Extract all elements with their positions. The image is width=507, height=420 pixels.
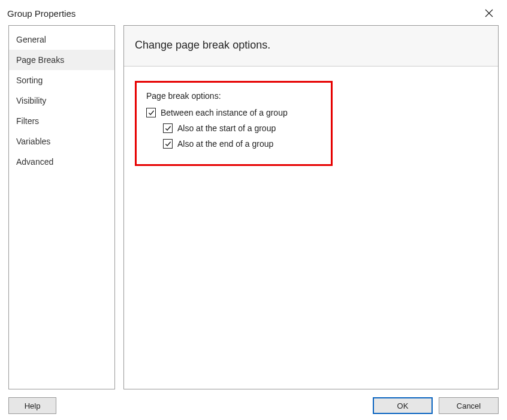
sidebar-item-variables[interactable]: Variables (9, 131, 114, 152)
sidebar-item-label: Sorting (16, 75, 43, 85)
checkbox-label: Between each instance of a group (161, 108, 288, 117)
close-icon (485, 9, 493, 17)
checkbox-end[interactable] (163, 139, 173, 149)
button-label: Cancel (457, 401, 481, 410)
main-panel: Change page break options. Page break op… (123, 25, 499, 389)
checkbox-between[interactable] (146, 108, 156, 117)
sidebar-item-sorting[interactable]: Sorting (9, 70, 114, 90)
close-button[interactable] (477, 5, 501, 22)
footer: Help OK Cancel (0, 397, 507, 414)
checkmark-icon (165, 125, 171, 132)
checkbox-label: Also at the start of a group (177, 123, 276, 133)
option-end: Also at the end of a group (163, 139, 321, 149)
sidebar-item-label: General (16, 35, 46, 44)
checkmark-icon (165, 141, 171, 147)
checkbox-label: Also at the end of a group (177, 139, 273, 149)
panel-body: Page break options: Between each instanc… (124, 67, 498, 180)
ok-button[interactable]: OK (373, 397, 433, 414)
button-label: Help (25, 401, 41, 410)
checkbox-start[interactable] (163, 123, 173, 133)
option-start: Also at the start of a group (163, 123, 321, 133)
sidebar-item-general[interactable]: General (9, 29, 114, 50)
sidebar-item-label: Visibility (16, 96, 46, 105)
sidebar-item-filters[interactable]: Filters (9, 111, 114, 131)
help-button[interactable]: Help (8, 397, 56, 414)
titlebar: Group Properties (0, 0, 507, 25)
sidebar-item-advanced[interactable]: Advanced (9, 152, 114, 172)
sidebar-item-label: Variables (16, 137, 50, 146)
sidebar-item-label: Advanced (16, 157, 53, 167)
section-label: Page break options: (146, 91, 321, 101)
option-between: Between each instance of a group (146, 108, 321, 117)
button-label: OK (397, 401, 409, 410)
content-area: General Page Breaks Sorting Visibility F… (0, 25, 507, 389)
window-title: Group Properties (7, 8, 76, 19)
panel-header: Change page break options. (124, 26, 498, 67)
sidebar: General Page Breaks Sorting Visibility F… (8, 25, 115, 389)
checkmark-icon (148, 110, 155, 116)
sidebar-item-label: Page Breaks (16, 55, 64, 65)
sidebar-item-page-breaks[interactable]: Page Breaks (9, 50, 114, 70)
cancel-button[interactable]: Cancel (439, 397, 499, 414)
sidebar-item-visibility[interactable]: Visibility (9, 90, 114, 111)
highlight-box: Page break options: Between each instanc… (135, 81, 333, 166)
sidebar-item-label: Filters (16, 116, 39, 126)
